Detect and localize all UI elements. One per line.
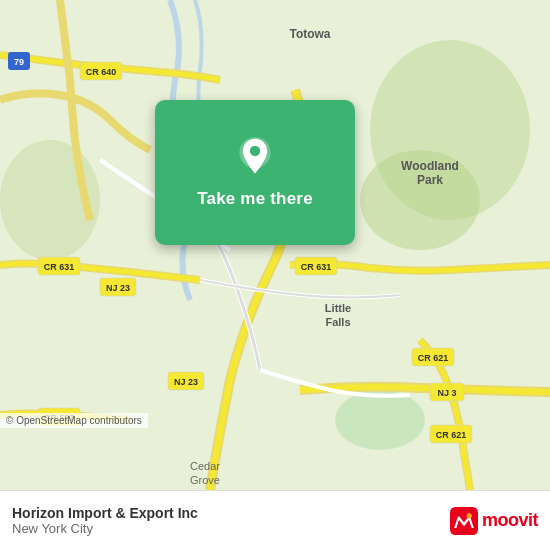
svg-text:NJ 23: NJ 23 — [106, 283, 130, 293]
svg-text:Totowa: Totowa — [289, 27, 330, 41]
svg-text:CR 621: CR 621 — [436, 430, 467, 440]
svg-text:Cedar: Cedar — [190, 460, 220, 472]
svg-text:NJ 3: NJ 3 — [437, 388, 456, 398]
svg-text:CR 621: CR 621 — [418, 353, 449, 363]
svg-text:Little: Little — [325, 302, 351, 314]
moovit-brand-icon — [450, 507, 478, 535]
svg-text:CR 631: CR 631 — [301, 262, 332, 272]
svg-text:Woodland: Woodland — [401, 159, 459, 173]
bottom-bar: Horizon Import & Export Inc New York Cit… — [0, 490, 550, 550]
svg-text:CR 640: CR 640 — [86, 67, 117, 77]
svg-point-36 — [250, 145, 260, 155]
moovit-logo[interactable]: moovit — [450, 507, 538, 535]
business-info: Horizon Import & Export Inc New York Cit… — [12, 505, 198, 536]
svg-text:NJ 23: NJ 23 — [174, 377, 198, 387]
moovit-brand-name: moovit — [482, 510, 538, 531]
cta-button-label: Take me there — [197, 189, 313, 209]
svg-text:Grove: Grove — [190, 474, 220, 486]
svg-rect-37 — [450, 507, 478, 535]
map-attribution: © OpenStreetMap contributors — [0, 413, 148, 428]
map-container: CR 640 CR 631 CR 631 NJ 23 NJ 23 CR 527 … — [0, 0, 550, 490]
location-card[interactable]: Take me there — [155, 100, 355, 245]
location-pin-icon — [235, 137, 275, 177]
svg-text:79: 79 — [14, 57, 24, 67]
svg-text:CR 631: CR 631 — [44, 262, 75, 272]
city-name: New York City — [12, 521, 198, 536]
svg-text:Falls: Falls — [325, 316, 350, 328]
svg-text:Park: Park — [417, 173, 443, 187]
svg-point-4 — [335, 390, 425, 450]
business-name: Horizon Import & Export Inc — [12, 505, 198, 521]
